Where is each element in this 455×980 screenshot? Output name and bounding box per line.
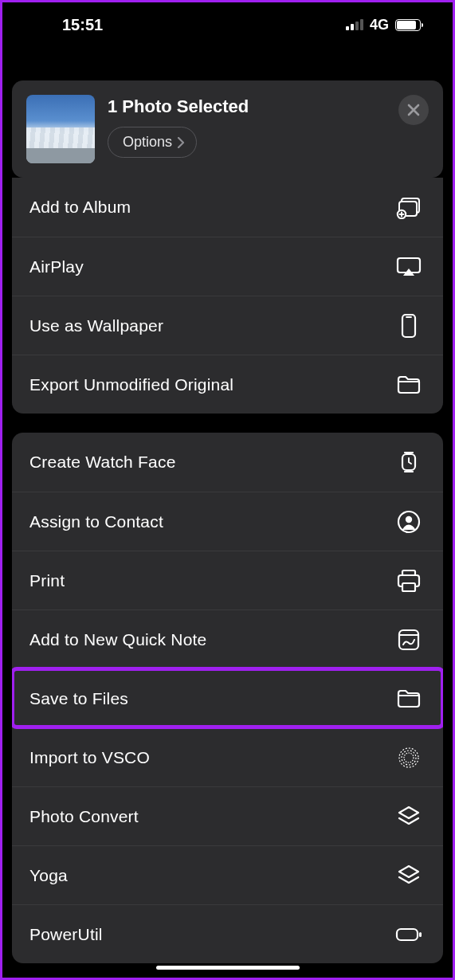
folder-icon: [395, 371, 422, 398]
action-add-to-album[interactable]: Add to Album: [12, 178, 443, 237]
action-assign-to-contact[interactable]: Assign to Contact: [12, 492, 443, 551]
close-icon: [407, 104, 420, 116]
status-right: 4G: [346, 17, 421, 33]
action-save-to-files[interactable]: Save to Files: [12, 668, 443, 727]
action-create-watch-face[interactable]: Create Watch Face: [12, 433, 443, 492]
svg-rect-4: [402, 315, 415, 337]
folder-icon: [395, 685, 422, 712]
action-group-2: Create Watch Face Assign to Contact Prin…: [12, 433, 443, 963]
row-label: Assign to Contact: [29, 512, 163, 531]
svg-rect-13: [399, 630, 418, 649]
svg-rect-19: [397, 929, 418, 940]
row-label: PowerUtil: [29, 925, 103, 944]
vsco-icon: [395, 744, 422, 771]
sheet-title: 1 Photo Selected: [108, 96, 429, 117]
row-label: Photo Convert: [29, 807, 139, 826]
action-print[interactable]: Print: [12, 551, 443, 610]
signal-icon: [346, 19, 363, 30]
row-label: Print: [29, 571, 65, 590]
stack-icon: [395, 803, 422, 830]
status-bar: 15:51 4G: [2, 2, 453, 47]
battery-icon: [395, 921, 422, 948]
action-powerutil[interactable]: PowerUtil: [12, 904, 443, 963]
svg-point-9: [406, 515, 412, 522]
phone-icon: [395, 312, 422, 339]
action-add-quick-note[interactable]: Add to New Quick Note: [12, 610, 443, 668]
action-photo-convert[interactable]: Photo Convert: [12, 786, 443, 845]
row-label: Export Unmodified Original: [29, 375, 233, 394]
share-sheet-header: 1 Photo Selected Options: [12, 80, 443, 178]
row-label: AirPlay: [29, 257, 84, 276]
home-indicator[interactable]: [156, 966, 300, 970]
options-button[interactable]: Options: [108, 127, 197, 158]
options-label: Options: [123, 134, 172, 151]
row-label: Add to Album: [29, 198, 131, 217]
svg-point-18: [404, 753, 414, 762]
action-airplay[interactable]: AirPlay: [12, 237, 443, 296]
close-button[interactable]: [398, 95, 429, 125]
status-time: 15:51: [2, 16, 103, 34]
printer-icon: [395, 567, 422, 594]
action-use-as-wallpaper[interactable]: Use as Wallpaper: [12, 296, 443, 355]
battery-icon: [395, 19, 421, 31]
svg-rect-12: [402, 583, 415, 591]
svg-rect-20: [419, 932, 422, 937]
edit-actions-link[interactable]: Edit Actions: [23, 976, 453, 980]
chevron-right-icon: [177, 137, 185, 148]
row-label: Yoga: [29, 866, 68, 885]
network-label: 4G: [370, 17, 389, 33]
action-export-original[interactable]: Export Unmodified Original: [12, 355, 443, 414]
row-label: Import to VSCO: [29, 748, 150, 767]
quicknote-icon: [395, 626, 422, 653]
row-label: Use as Wallpaper: [29, 316, 163, 335]
contact-icon: [395, 508, 422, 535]
photo-thumbnail[interactable]: [26, 95, 95, 163]
action-group-1: Add to Album AirPlay Use as Wallpaper Ex…: [12, 178, 443, 414]
action-import-to-vsco[interactable]: Import to VSCO: [12, 727, 443, 786]
album-icon: [395, 194, 422, 221]
row-label: Save to Files: [29, 689, 128, 708]
airplay-icon: [395, 253, 422, 280]
watch-icon: [395, 449, 422, 476]
action-yoga[interactable]: Yoga: [12, 845, 443, 904]
row-label: Add to New Quick Note: [29, 630, 206, 649]
row-label: Create Watch Face: [29, 453, 176, 472]
stack-icon: [395, 862, 422, 889]
